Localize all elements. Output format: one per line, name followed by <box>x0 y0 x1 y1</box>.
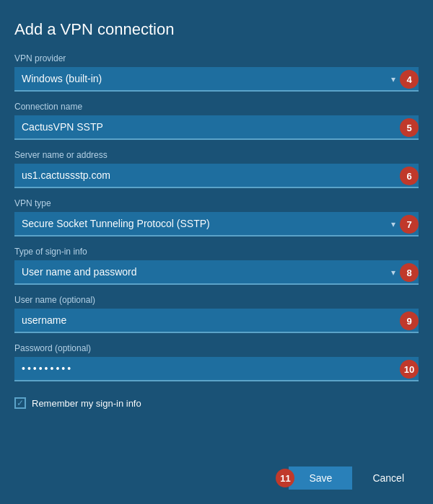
username-input[interactable] <box>14 309 419 333</box>
save-button[interactable]: Save <box>289 467 352 490</box>
save-step-badge: 11 <box>276 469 294 487</box>
password-label: Password (optional) <box>14 343 419 353</box>
sign-in-type-label: Type of sign-in info <box>14 247 419 257</box>
server-name-group: Server name or address 6 <box>14 150 419 188</box>
connection-name-step-badge: 5 <box>400 118 419 137</box>
vpn-provider-group: VPN provider Windows (built-in) ▾ 4 <box>14 53 419 92</box>
username-step-badge: 9 <box>400 311 419 330</box>
button-row: 11 Save Cancel <box>14 459 419 490</box>
vpn-type-group: VPN type Secure Socket Tunneling Protoco… <box>14 198 419 236</box>
connection-name-label: Connection name <box>14 102 419 112</box>
vpn-form: Add a VPN connection VPN provider Window… <box>0 0 433 504</box>
server-name-input[interactable] <box>14 164 419 188</box>
vpn-provider-step-badge: 4 <box>400 70 419 89</box>
sign-in-type-group: Type of sign-in info User name and passw… <box>14 247 419 285</box>
password-input[interactable] <box>14 357 419 381</box>
vpn-provider-wrapper: Windows (built-in) ▾ 4 <box>14 67 419 92</box>
sign-in-type-step-badge: 8 <box>400 263 419 282</box>
username-label: User name (optional) <box>14 295 419 305</box>
vpn-type-wrapper: Secure Socket Tunneling Protocol (SSTP) … <box>14 212 419 236</box>
username-wrapper: 9 <box>14 309 419 333</box>
password-group: Password (optional) 10 <box>14 343 419 381</box>
server-name-label: Server name or address <box>14 150 419 160</box>
remember-signin-checkbox[interactable] <box>14 397 26 409</box>
sign-in-type-wrapper: User name and password ▾ 8 <box>14 260 419 285</box>
connection-name-group: Connection name 5 <box>14 102 419 140</box>
remember-signin-label[interactable]: Remember my sign-in info <box>14 397 141 409</box>
remember-signin-row: Remember my sign-in info <box>14 397 419 409</box>
server-name-step-badge: 6 <box>400 167 419 185</box>
connection-name-wrapper: 5 <box>14 115 419 140</box>
vpn-type-step-badge: 7 <box>400 215 419 234</box>
vpn-provider-select[interactable]: Windows (built-in) <box>14 67 419 92</box>
connection-name-input[interactable] <box>14 115 419 140</box>
username-group: User name (optional) 9 <box>14 295 419 333</box>
vpn-type-select[interactable]: Secure Socket Tunneling Protocol (SSTP) <box>14 212 419 236</box>
password-wrapper: 10 <box>14 357 419 381</box>
server-name-wrapper: 6 <box>14 164 419 188</box>
remember-signin-text: Remember my sign-in info <box>32 398 141 409</box>
cancel-button[interactable]: Cancel <box>358 467 419 490</box>
vpn-provider-label: VPN provider <box>14 53 419 63</box>
sign-in-type-select[interactable]: User name and password <box>14 260 419 285</box>
password-step-badge: 10 <box>400 360 419 379</box>
page-title: Add a VPN connection <box>14 20 419 39</box>
save-badge-wrapper: 11 Save <box>289 467 352 490</box>
vpn-type-label: VPN type <box>14 198 419 208</box>
